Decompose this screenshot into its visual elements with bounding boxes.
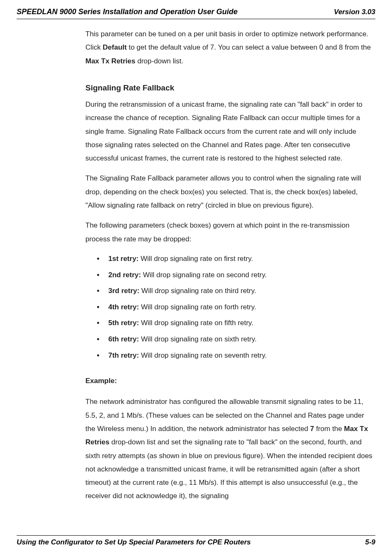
retry-desc: Will drop signaling rate on sixth retry. (139, 335, 257, 343)
retry-label: 3rd retry: (108, 287, 140, 295)
intro-bold-default: Default (103, 43, 127, 51)
retry-label: 5th retry: (108, 319, 139, 327)
retry-desc: Will drop signaling rate on fifth retry. (139, 319, 254, 327)
retry-label: 7th retry: (108, 351, 139, 359)
retry-desc: Will drop signaling rate on seventh retr… (139, 351, 267, 359)
list-item: 4th retry: Will drop signaling rate on f… (104, 301, 375, 314)
example-paragraph: The network administrator has configured… (85, 395, 375, 503)
list-item: 5th retry: Will drop signaling rate on f… (104, 317, 375, 330)
intro-text-b: to get the default value of 7. You can s… (127, 43, 371, 51)
example-label: Example: (85, 374, 375, 388)
retry-desc: Will drop signaling rate on second retry… (141, 271, 267, 279)
page-header: SPEEDLAN 9000 Series Installation and Op… (17, 0, 375, 19)
section-paragraph-2: The Signaling Rate Fallback parameter al… (85, 172, 375, 212)
retry-label: 6th retry: (108, 335, 139, 343)
doc-version: Version 3.03 (334, 8, 375, 16)
example-text-b: from the (314, 425, 344, 433)
page-footer: Using the Configurator to Set Up Special… (17, 535, 375, 546)
page-content: This parameter can be tuned on a per uni… (17, 19, 375, 503)
list-item: 7th retry: Will drop signaling rate on s… (104, 349, 375, 362)
retry-label: 2nd retry: (108, 271, 141, 279)
list-item: 2nd retry: Will drop signaling rate on s… (104, 269, 375, 282)
section-paragraph-1: During the retransmission of a unicast f… (85, 98, 375, 165)
intro-text-c: drop-down list. (135, 57, 183, 65)
footer-chapter: Using the Configurator to Set Up Special… (17, 538, 251, 546)
example-text-c: drop-down list and set the signaling rat… (85, 438, 372, 500)
list-item: 6th retry: Will drop signaling rate on s… (104, 333, 375, 346)
list-item: 3rd retry: Will drop signaling rate on t… (104, 285, 375, 298)
retry-label: 4th retry: (108, 303, 139, 311)
section-heading-signaling: Signaling Rate Fallback (85, 80, 375, 95)
intro-bold-maxtx: Max Tx Retries (85, 57, 135, 65)
retry-list: 1st retry: Will drop signaling rate on f… (104, 253, 375, 362)
list-item: 1st retry: Will drop signaling rate on f… (104, 253, 375, 266)
retry-desc: Will drop signaling rate on first retry. (139, 255, 253, 263)
intro-paragraph: This parameter can be tuned on a per uni… (85, 28, 375, 68)
doc-title: SPEEDLAN 9000 Series Installation and Op… (17, 8, 237, 16)
section-paragraph-3: The following parameters (check boxes) g… (85, 219, 375, 246)
example-bold-7: 7 (310, 425, 314, 433)
footer-page-number: 5-9 (365, 538, 375, 546)
retry-desc: Will drop signaling rate on forth retry. (139, 303, 256, 311)
retry-label: 1st retry: (108, 255, 139, 263)
retry-desc: Will drop signaling rate on third retry. (140, 287, 256, 295)
